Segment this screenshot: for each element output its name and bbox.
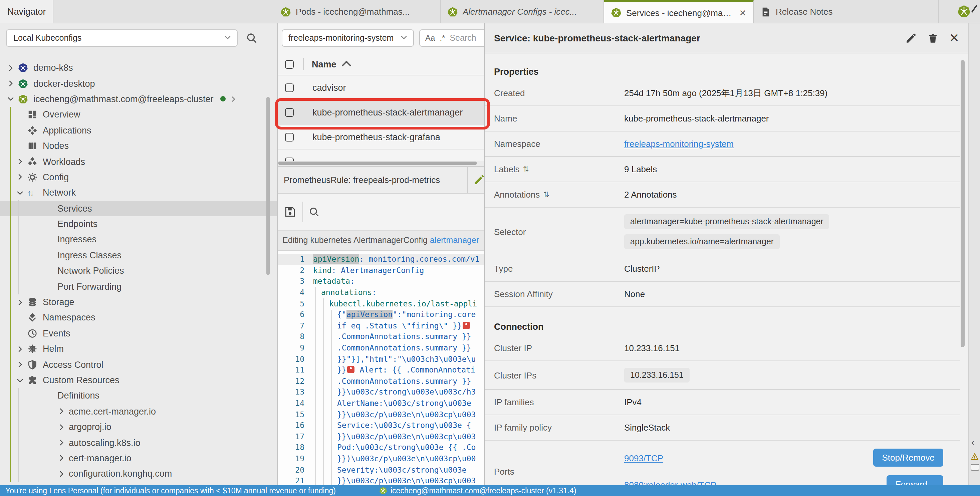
code-token: }}\u003c/p\u003e\n\u003cp\u003	[337, 432, 476, 441]
row-checkbox[interactable]	[285, 132, 294, 141]
sidebar-item-nodes[interactable]: Nodes	[0, 138, 278, 154]
line-content: Service:\u003c/strong\u003e {	[313, 421, 471, 430]
sidebar-item-port-forwarding[interactable]: Port Forwarding	[0, 279, 278, 294]
network-arrows-icon: ↑↓	[27, 188, 37, 197]
namespace-link[interactable]: freeleaps-monitoring-system	[624, 139, 733, 149]
sidebar-item-label: Ingress Classes	[57, 250, 121, 260]
connected-status-dot	[220, 97, 226, 102]
row-label-text: Name	[494, 113, 517, 124]
sidebar-item-acme-cert-manager-io[interactable]: acme.cert-manager.io	[0, 404, 278, 419]
edit-pencil-icon[interactable]	[905, 32, 916, 44]
sidebar-item-ingresses[interactable]: Ingresses	[0, 232, 278, 248]
sidebar-item-network[interactable]: ↑↓Network	[0, 185, 278, 200]
sidebar-item-demo-k8s[interactable]: demo-k8s	[0, 60, 278, 76]
applications-icon	[27, 126, 37, 135]
sidebar-item-namespaces[interactable]: Namespaces	[0, 310, 278, 326]
warning-triangle-icon[interactable]	[970, 453, 978, 461]
scrollbar-thumb[interactable]	[278, 162, 477, 165]
sort-toggle-icon[interactable]: ⇅	[523, 165, 529, 173]
red-annotation-box	[275, 98, 490, 129]
code-token: .CommonAnnotations.summary }}	[337, 332, 471, 342]
tab-bar: Navigator Pods - icecheng@mathmas...Aler…	[0, 0, 980, 23]
line-number: 17	[278, 432, 313, 441]
sidebar-item-access-control[interactable]: Access Control	[0, 357, 278, 372]
code-token: :	[372, 288, 377, 297]
config-icon	[27, 172, 37, 182]
tab-release-notes[interactable]: Release Notes	[754, 0, 939, 23]
sidebar-item-workloads[interactable]: Workloads	[0, 154, 278, 170]
sidebar-item-configuration-konghq-com[interactable]: configuration.konghq.com	[0, 466, 278, 482]
search-input[interactable]: Aa .* Search	[419, 29, 484, 47]
sidebar-item-network-policies[interactable]: Network Policies	[0, 263, 278, 279]
panel-toggle-icon[interactable]	[970, 464, 979, 471]
table-row-partial[interactable]	[278, 149, 484, 161]
sidebar-item-definitions[interactable]: Definitions	[0, 388, 278, 404]
delete-trash-icon[interactable]	[927, 32, 939, 44]
match-case-icon[interactable]: Aa	[425, 33, 435, 43]
services-toolbar: freeleaps-monitoring-system Aa .* Search	[278, 23, 484, 53]
sidebar-item-label: Storage	[43, 297, 75, 307]
sort-asc-icon[interactable]	[342, 61, 351, 70]
name-column-header[interactable]: Name	[312, 59, 336, 69]
sidebar-item-helm[interactable]: Helm	[0, 341, 278, 357]
yaml-editor[interactable]: 1apiVersion: monitoring.coreos.com/v12ki…	[278, 251, 484, 485]
close-icon[interactable]: ✕	[739, 8, 746, 18]
code-token: {"	[337, 310, 347, 320]
row-checkbox[interactable]	[285, 83, 294, 92]
sidebar-item-applications[interactable]: Applications	[0, 122, 278, 138]
sidebar-item-custom-resources[interactable]: Custom Resources	[0, 372, 278, 388]
editor-line-7: 7if eq .Status \"firing\" }}	[278, 320, 484, 331]
kubeconfig-select[interactable]: Local Kubeconfigs	[6, 29, 238, 47]
tab-pods-icecheng-mathmas[interactable]: Pods - icecheng@mathmas...	[274, 0, 441, 23]
chevron-right-icon	[16, 345, 24, 353]
sidebar-item-label: Applications	[43, 126, 91, 135]
sidebar-item-argoproj-io[interactable]: argoproj.io	[0, 419, 278, 435]
save-icon[interactable]	[284, 206, 296, 218]
close-icon[interactable]: ✕	[949, 31, 959, 45]
sidebar-item-storage[interactable]: Storage	[0, 294, 278, 310]
sidebar-item-overview[interactable]: Overview	[0, 107, 278, 122]
sidebar-item-label: Access Control	[43, 359, 103, 369]
sidebar-item-config[interactable]: Config	[0, 169, 278, 185]
tab-services-icecheng-math[interactable]: Services - icecheng@math...✕	[604, 0, 754, 23]
sidebar-item-ingress-classes[interactable]: Ingress Classes	[0, 247, 278, 263]
drawer-title: Service: kube-prometheus-stack-alertmana…	[494, 33, 905, 43]
horizontal-scrollbar[interactable]	[278, 161, 484, 166]
line-content: }}\u003c/p\u003e\n\u003cp\u003	[313, 432, 476, 441]
port-link[interactable]: 9093/TCP	[624, 453, 663, 463]
forward--button[interactable]: Forward...	[887, 475, 943, 485]
edit-pencil-icon[interactable]	[473, 174, 484, 186]
license-text: You're using Lens Personal (for individu…	[5, 486, 336, 494]
sidebar-item-autoscaling-k8s-io[interactable]: autoscaling.k8s.io	[0, 435, 278, 451]
row-label: Selector	[485, 227, 624, 237]
sidebar-item-endpoints[interactable]: Endpoints	[0, 216, 278, 232]
row-label-text: Cluster IP	[494, 343, 532, 353]
sidebar-scrollbar[interactable]	[266, 97, 270, 275]
tab-label: Alertmanager Configs - icec...	[463, 7, 597, 17]
port-link[interactable]: 8080:reloader-web/TCP	[624, 480, 716, 485]
sidebar-item-services[interactable]: Services	[0, 200, 278, 216]
sidebar-item-docker-desktop[interactable]: docker-desktop	[0, 76, 278, 91]
kubernetes-icon[interactable]	[957, 5, 970, 18]
select-all-checkbox[interactable]	[285, 60, 294, 68]
line-number: 4	[278, 288, 313, 297]
namespace-select[interactable]: freeleaps-monitoring-system	[282, 29, 414, 47]
row-checkbox[interactable]	[285, 157, 294, 161]
sort-toggle-icon[interactable]: ⇅	[543, 190, 549, 199]
line-content: kubectl.kubernetes.io/last-appli	[313, 299, 477, 308]
table-row-cadvisor[interactable]: cadvisor	[278, 75, 484, 100]
stop-remove-button[interactable]: Stop/Remove	[873, 448, 943, 467]
alertmanager-config-link[interactable]: alertmanager	[430, 236, 479, 245]
code-token: Alert: {{ .CommonAnnotati	[355, 365, 475, 375]
sidebar-item-events[interactable]: Events	[0, 326, 278, 341]
sidebar-item-icecheng-mathmast-com-freeleaps-cluster[interactable]: icecheng@mathmast.com@freeleaps-cluster	[0, 91, 278, 107]
search-icon[interactable]	[246, 32, 258, 44]
row-label: IP families	[485, 397, 624, 407]
regex-icon[interactable]: .*	[440, 33, 445, 43]
navigator-tab[interactable]: Navigator	[0, 0, 53, 23]
tab-alertmanager-configs-icec[interactable]: Alertmanager Configs - icec...	[441, 0, 604, 23]
chevron-left-icon[interactable]: ‹	[971, 437, 974, 447]
drawer-scrollbar[interactable]	[961, 60, 965, 347]
search-icon[interactable]	[309, 206, 320, 218]
sidebar-item-cert-manager-io[interactable]: cert-manager.io	[0, 451, 278, 466]
